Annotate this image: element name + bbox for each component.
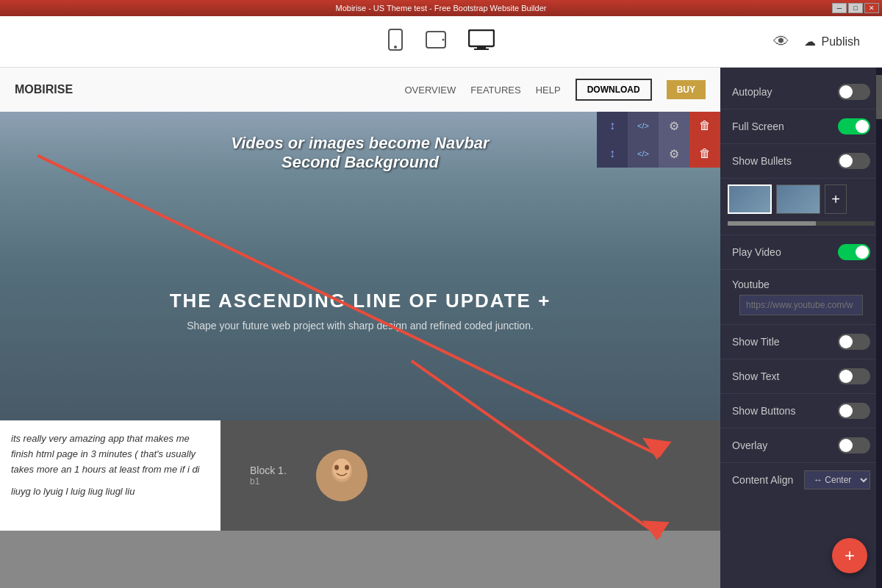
showtext-toggle[interactable] — [838, 368, 870, 384]
autoplay-toggle[interactable] — [838, 84, 870, 100]
title-bar-text: Mobirise - US Theme test - Free Bootstra… — [336, 4, 547, 12]
youtube-input[interactable] — [739, 295, 863, 315]
block-sub: b1 — [250, 476, 287, 487]
settings-autoplay: Autoplay — [720, 75, 882, 110]
settings-button-1[interactable]: ⚙ — [659, 112, 689, 140]
autoplay-label: Autoplay — [732, 86, 772, 98]
settings-fullscreen: Full Screen — [720, 110, 882, 144]
toolbar-right: 👁 ☁ Publish — [773, 32, 860, 51]
settings-showbuttons: Show Buttons — [720, 394, 882, 429]
settings-playvideo: Play Video — [720, 235, 882, 270]
tablet-icon[interactable] — [426, 29, 446, 54]
playvideo-toggle[interactable] — [838, 244, 870, 260]
slides-scrollbar — [728, 221, 875, 226]
svg-point-11 — [334, 465, 339, 470]
preview-navbar: MOBIRISE OVERVIEW FEATURES HELP DOWNLOAD… — [0, 68, 720, 112]
move-up-button[interactable]: ↕ — [597, 112, 628, 140]
code-button-1[interactable]: </> — [628, 112, 659, 140]
settings-panel: Autoplay Full Screen Show Bullets — [720, 68, 882, 588]
publish-button[interactable]: ☁ Publish — [804, 35, 860, 49]
nav-buy-button[interactable]: BUY — [667, 80, 706, 99]
fab-icon: + — [845, 545, 855, 566]
settings-showtitle: Show Title — [720, 325, 882, 359]
showtitle-knob — [839, 335, 853, 348]
playvideo-label: Play Video — [732, 246, 781, 258]
settings-showtext: Show Text — [720, 359, 882, 394]
fab-button[interactable]: + — [832, 538, 867, 573]
showbuttons-toggle[interactable] — [838, 403, 870, 419]
title-bar-controls: ─ □ ✕ — [832, 3, 879, 13]
preview-icon[interactable]: 👁 — [773, 32, 789, 51]
preview-content: its really very amazing app that makes m… — [0, 420, 720, 531]
preview-nav-links: OVERVIEW FEATURES HELP DOWNLOAD BUY — [404, 79, 706, 101]
settings-scrollbar-thumb — [876, 75, 882, 119]
overlay-label: Overlay — [732, 440, 767, 451]
slides-scrollbar-thumb — [728, 221, 816, 226]
contentalign-label: Content Align — [732, 474, 793, 486]
canvas-area: MOBIRISE OVERVIEW FEATURES HELP DOWNLOAD… — [0, 68, 720, 588]
settings-scrollbar[interactable] — [876, 68, 882, 588]
showbuttons-label: Show Buttons — [732, 405, 795, 417]
desktop-icon[interactable] — [468, 29, 495, 54]
settings-bullets: Show Bullets — [720, 144, 882, 179]
bullets-toggle[interactable] — [838, 153, 870, 169]
showtext-knob — [839, 370, 853, 383]
slides-row: + — [720, 179, 882, 235]
svg-rect-4 — [469, 30, 494, 46]
mobile-icon[interactable] — [387, 29, 404, 55]
code-button-2[interactable]: </> — [628, 140, 659, 168]
showtext-label: Show Text — [732, 370, 779, 382]
svg-point-1 — [394, 46, 397, 49]
slide-thumb-2[interactable] — [776, 184, 820, 214]
svg-point-3 — [442, 38, 445, 40]
testimonial-box: its really very amazing app that makes m… — [0, 420, 220, 531]
settings-overlay: Overlay — [720, 429, 882, 463]
svg-point-12 — [345, 465, 349, 470]
svg-rect-5 — [477, 46, 486, 49]
publish-label: Publish — [822, 35, 860, 49]
bullets-knob — [839, 154, 853, 168]
settings-button-2[interactable]: ⚙ — [659, 140, 689, 168]
top-toolbar: 👁 ☁ Publish — [0, 16, 882, 68]
minimize-button[interactable]: ─ — [832, 3, 847, 13]
block-controls-row-2: ↕ </> ⚙ 🗑 — [597, 140, 720, 168]
settings-youtube: Youtube — [720, 270, 882, 325]
nav-overview[interactable]: OVERVIEW — [404, 85, 456, 96]
hero-annotation: Videos or images become Navbar Second Ba… — [231, 134, 489, 172]
fullscreen-toggle[interactable] — [838, 118, 870, 135]
close-button[interactable]: ✕ — [864, 3, 879, 13]
nav-download-button[interactable]: DOWNLOAD — [576, 79, 652, 101]
block-info: Block 1. b1 — [250, 465, 287, 487]
fullscreen-label: Full Screen — [732, 121, 784, 132]
testimonial-text: its really very amazing app that makes m… — [11, 431, 209, 477]
avatar-svg — [316, 450, 368, 501]
autoplay-knob — [839, 85, 853, 98]
extra-text: liuyg lo lyuig l luig liug liugl liu — [11, 484, 209, 500]
contentalign-select[interactable]: ↔ Center ← Left → Right — [804, 470, 870, 490]
nav-help[interactable]: HELP — [536, 85, 561, 96]
hero-subtitle: Shape your future web project with sharp… — [187, 320, 534, 331]
block-controls: ↕ </> ⚙ 🗑 ↕ </> ⚙ 🗑 — [597, 112, 720, 168]
fullscreen-knob — [856, 120, 869, 133]
maximize-button[interactable]: □ — [848, 3, 863, 13]
svg-rect-6 — [474, 49, 489, 50]
showbuttons-knob — [839, 404, 853, 417]
hero-content-title: THE ASCENDING LINE OF UPDATE + — [170, 290, 551, 312]
move-down-button[interactable]: ↕ — [597, 140, 628, 168]
annotation-line2: Second Background — [231, 153, 489, 172]
overlay-knob — [839, 439, 853, 452]
showtitle-toggle[interactable] — [838, 334, 870, 350]
playvideo-knob — [856, 245, 869, 259]
delete-button-1[interactable]: 🗑 — [689, 112, 720, 140]
slide-thumb-1[interactable] — [728, 184, 772, 214]
overlay-toggle[interactable] — [838, 437, 870, 453]
settings-contentalign: Content Align ↔ Center ← Left → Right — [720, 463, 882, 497]
annotation-line1: Videos or images become Navbar — [231, 134, 489, 153]
showtitle-label: Show Title — [732, 336, 780, 348]
slide-add-button[interactable]: + — [825, 184, 847, 214]
delete-button-2[interactable]: 🗑 — [689, 140, 720, 168]
preview-brand: MOBIRISE — [15, 83, 73, 96]
title-bar: Mobirise - US Theme test - Free Bootstra… — [0, 0, 882, 16]
nav-features[interactable]: FEATURES — [470, 85, 520, 96]
settings-panel-inner: Autoplay Full Screen Show Bullets — [720, 68, 882, 504]
